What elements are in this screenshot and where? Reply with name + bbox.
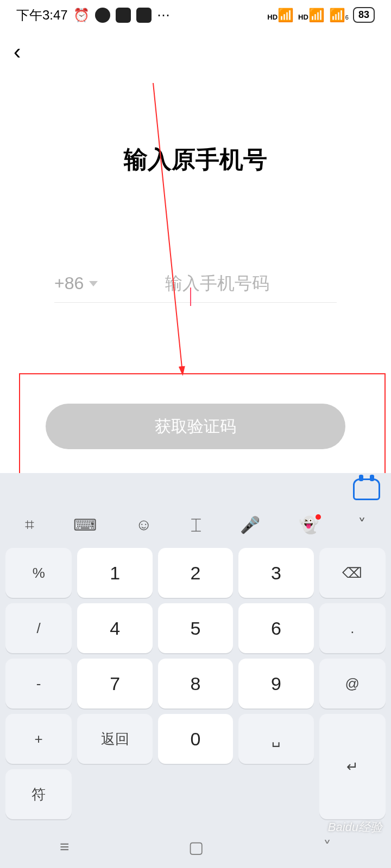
get-verification-code-button[interactable]: 获取验证码 bbox=[46, 404, 345, 449]
key-backspace[interactable]: ⌫ bbox=[319, 548, 386, 598]
app-icon-2 bbox=[116, 8, 131, 23]
key-2[interactable]: 2 bbox=[158, 548, 233, 598]
kb-tool-emoji-icon[interactable]: ☺ bbox=[135, 515, 152, 534]
key-1[interactable]: 1 bbox=[77, 548, 152, 598]
more-icon: ⋯ bbox=[157, 8, 170, 23]
key-slash[interactable]: / bbox=[5, 603, 72, 653]
status-bar: 下午3:47 ⏰ ⋯ HD📶 HD📶 📶6 83 bbox=[0, 0, 391, 30]
status-time: 下午3:47 bbox=[16, 7, 68, 24]
key-symbol[interactable]: 符 bbox=[5, 769, 72, 819]
phone-number-input[interactable] bbox=[98, 273, 337, 293]
key-3[interactable]: 3 bbox=[238, 548, 313, 598]
chevron-down-icon bbox=[89, 281, 98, 286]
notification-dot-icon bbox=[316, 514, 321, 520]
soft-keyboard: ⌗ ⌨ ☺ ⌶ 🎤 👻 ˅ % / - + 符 1 2 3 4 5 6 bbox=[0, 473, 391, 868]
recent-apps-button[interactable]: ≡ bbox=[60, 838, 70, 856]
key-minus[interactable]: - bbox=[5, 659, 72, 709]
key-9[interactable]: 9 bbox=[238, 659, 313, 709]
kb-tool-collapse-icon[interactable]: ˅ bbox=[358, 515, 366, 534]
key-8[interactable]: 8 bbox=[158, 659, 233, 709]
alarm-icon: ⏰ bbox=[73, 8, 90, 23]
key-6[interactable]: 6 bbox=[238, 603, 313, 653]
keyboard-toolbar: ⌗ ⌨ ☺ ⌶ 🎤 👻 ˅ bbox=[0, 506, 391, 544]
app-icon-3 bbox=[136, 8, 152, 23]
country-code-selector[interactable]: +86 bbox=[54, 273, 98, 293]
key-return[interactable]: 返回 bbox=[77, 714, 152, 764]
keypad-left-column: % / - + 符 bbox=[5, 548, 72, 819]
status-right: HD📶 HD📶 📶6 83 bbox=[267, 7, 375, 23]
text-cursor bbox=[190, 288, 191, 306]
keyboard-mascot-row bbox=[0, 473, 391, 506]
back-button[interactable]: ‹ bbox=[14, 40, 21, 64]
keypad-middle: 1 2 3 4 5 6 7 8 9 返回 0 ␣ bbox=[77, 548, 313, 819]
phone-input-row: +86 bbox=[54, 273, 337, 303]
country-code-label: +86 bbox=[54, 273, 84, 293]
signal-2: HD📶 bbox=[298, 8, 325, 23]
key-percent[interactable]: % bbox=[5, 548, 72, 598]
key-plus[interactable]: + bbox=[5, 714, 72, 764]
wifi-icon: 📶6 bbox=[329, 8, 349, 23]
back-system-button[interactable]: ˅ bbox=[323, 838, 331, 857]
keypad: % / - + 符 1 2 3 4 5 6 7 8 9 返回 bbox=[0, 544, 391, 825]
keyboard-mascot-icon[interactable] bbox=[353, 478, 380, 500]
keypad-right-column: ⌫ . @ ↵ bbox=[319, 548, 386, 819]
key-at[interactable]: @ bbox=[319, 659, 386, 709]
key-space[interactable]: ␣ bbox=[238, 714, 313, 764]
kb-tool-keyboard-icon[interactable]: ⌨ bbox=[73, 515, 97, 534]
kb-tool-mic-icon[interactable]: 🎤 bbox=[240, 515, 260, 534]
watermark-text: Baidu经验 bbox=[328, 819, 382, 835]
key-7[interactable]: 7 bbox=[77, 659, 152, 709]
kb-tool-grid-icon[interactable]: ⌗ bbox=[25, 515, 34, 534]
signal-1: HD📶 bbox=[267, 8, 294, 23]
status-left: 下午3:47 ⏰ ⋯ bbox=[16, 7, 170, 24]
key-0[interactable]: 0 bbox=[158, 714, 233, 764]
svg-line-0 bbox=[153, 83, 182, 373]
battery-indicator: 83 bbox=[353, 7, 375, 23]
app-icon-1 bbox=[95, 8, 110, 23]
home-button[interactable]: ▢ bbox=[188, 838, 204, 857]
key-dot[interactable]: . bbox=[319, 603, 386, 653]
key-5[interactable]: 5 bbox=[158, 603, 233, 653]
page-title: 输入原手机号 bbox=[0, 144, 391, 176]
kb-tool-ghost-icon[interactable]: 👻 bbox=[299, 515, 319, 534]
nav-bar: ‹ bbox=[0, 30, 391, 73]
key-enter[interactable]: ↵ bbox=[319, 714, 386, 819]
kb-tool-cursor-icon[interactable]: ⌶ bbox=[191, 515, 201, 534]
key-4[interactable]: 4 bbox=[77, 603, 152, 653]
